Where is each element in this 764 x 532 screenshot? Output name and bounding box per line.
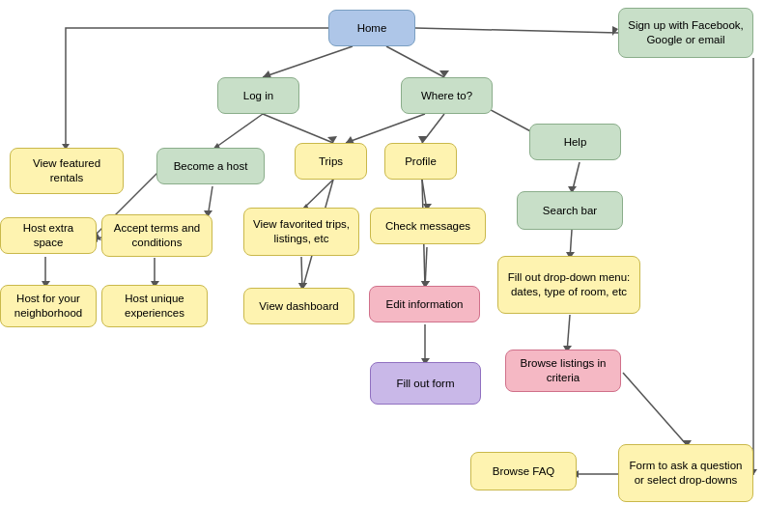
- filldropdown-node: Fill out drop-down menu: dates, type of …: [497, 256, 640, 314]
- svg-line-25: [623, 373, 688, 446]
- viewfavorited-node: View favorited trips, listings, etc: [243, 208, 359, 256]
- help-node: Help: [529, 124, 621, 160]
- signup-node: Sign up with Facebook, Google or email: [618, 8, 753, 58]
- svg-line-13: [422, 114, 444, 143]
- svg-line-29: [301, 180, 333, 210]
- becomehost-node: Become a host: [156, 148, 265, 184]
- formask-node: Form to ask a question or select drop-do…: [618, 444, 753, 502]
- viewdashboard-node: View dashboard: [243, 288, 354, 324]
- svg-marker-14: [418, 136, 428, 143]
- checkmessages-node: Check messages: [370, 208, 486, 244]
- hostneighborhood-node: Host for your neighborhood: [0, 285, 97, 327]
- login-node: Log in: [217, 77, 299, 114]
- svg-line-33: [422, 180, 427, 210]
- svg-marker-5: [439, 70, 449, 77]
- trips-node: Trips: [295, 143, 367, 180]
- browsefaq-node: Browse FAQ: [470, 452, 577, 490]
- home-node: Home: [328, 10, 415, 46]
- svg-line-11: [346, 114, 425, 143]
- svg-line-41: [208, 186, 212, 217]
- whereto-node: Where to?: [401, 77, 493, 114]
- editinfo-node: Edit information: [369, 286, 480, 322]
- svg-marker-10: [327, 136, 337, 143]
- browselistings-node: Browse listings in criteria: [505, 350, 621, 392]
- fillform-node: Fill out form: [370, 362, 481, 405]
- featured-node: View featured rentals: [10, 148, 124, 194]
- svg-line-4: [386, 46, 444, 77]
- hostunique-node: Host unique experiences: [101, 285, 208, 327]
- svg-line-23: [567, 315, 570, 352]
- profile-node: Profile: [384, 143, 457, 180]
- svg-line-21: [570, 230, 572, 259]
- svg-line-9: [263, 114, 333, 143]
- svg-line-0: [415, 28, 618, 33]
- acceptterms-node: Accept terms and conditions: [101, 214, 212, 257]
- svg-line-2: [263, 46, 353, 77]
- svg-line-7: [212, 114, 263, 150]
- flowchart-diagram: Home Sign up with Facebook, Google or em…: [0, 0, 764, 532]
- svg-line-19: [572, 162, 580, 193]
- svg-line-37: [425, 247, 427, 288]
- searchbar-node: Search bar: [517, 191, 623, 230]
- hostextra-node: Host extra space: [0, 217, 97, 254]
- svg-line-51: [301, 257, 302, 290]
